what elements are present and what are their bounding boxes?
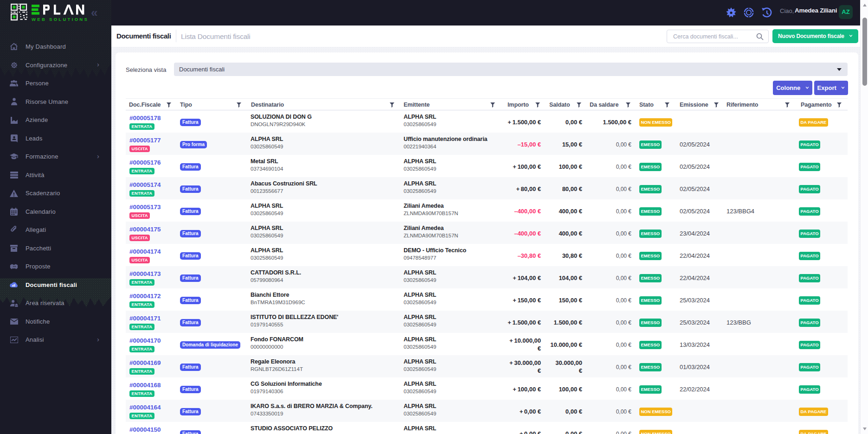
svg-text:WEB SOLUTIONS: WEB SOLUTIONS (32, 17, 89, 22)
